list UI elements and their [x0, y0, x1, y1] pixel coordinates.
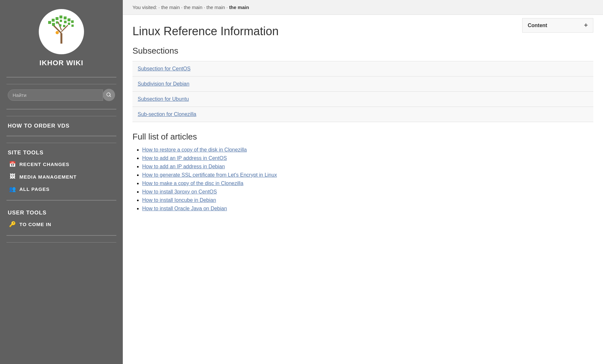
- breadcrumb-link-4[interactable]: the main: [229, 5, 249, 10]
- key-icon: 🔑: [9, 221, 16, 228]
- svg-rect-7: [56, 17, 58, 20]
- search-icon: [106, 92, 112, 98]
- svg-rect-0: [60, 33, 62, 44]
- svg-rect-15: [71, 20, 74, 23]
- media-icon: 🖼: [9, 173, 16, 180]
- list-item: Subdivision for Debian: [132, 77, 593, 92]
- site-tools-heading: SITE TOOLS: [0, 145, 123, 158]
- list-item: How to install Oracle Java on Debian: [142, 206, 593, 212]
- how-to-order-vds-link[interactable]: HOW TO ORDER VDS: [0, 118, 123, 131]
- recent-changes-label: RECENT CHANGES: [19, 161, 69, 167]
- article-link-2[interactable]: How to add an IP address in Debian: [142, 164, 225, 169]
- breadcrumb-link-1[interactable]: the main: [161, 5, 180, 10]
- to-come-in-label: TO COME IN: [19, 222, 51, 227]
- wiki-title: IKHOR WIKI: [39, 59, 83, 67]
- svg-rect-9: [59, 16, 62, 18]
- subsection-link-0[interactable]: Subsection for CentOS: [138, 66, 191, 71]
- list-item: Sub-section for Clonezilla: [132, 107, 593, 122]
- subsection-link-1[interactable]: Subdivision for Debian: [138, 81, 189, 87]
- full-list-section: Full list of articles How to restore a c…: [132, 132, 593, 212]
- list-item: How to add an IP address in CentOS: [142, 155, 593, 161]
- media-management-label: MEDIA MANAGEMENT: [19, 174, 77, 180]
- breadcrumb-link-3[interactable]: the main: [206, 5, 225, 10]
- divider-3: [6, 109, 116, 109]
- divider-2: [6, 84, 116, 84]
- divider-4: [6, 116, 116, 116]
- subsection-link-3[interactable]: Sub-section for Clonezilla: [138, 111, 196, 117]
- search-button[interactable]: [103, 89, 115, 101]
- svg-rect-5: [52, 19, 55, 22]
- list-item: Subsection for CentOS: [132, 61, 593, 77]
- list-item: How to install Ioncube in Debian: [142, 197, 593, 203]
- article-link-7[interactable]: How to install Oracle Java on Debian: [142, 206, 227, 211]
- article-link-6[interactable]: How to install Ioncube in Debian: [142, 197, 216, 203]
- articles-list: How to restore a copy of the disk in Clo…: [132, 147, 593, 212]
- svg-rect-13: [68, 18, 70, 21]
- content-box-label: Content: [528, 23, 547, 28]
- pages-icon: 👥: [9, 186, 16, 192]
- breadcrumb: You visited: · the main · the main · the…: [123, 0, 603, 15]
- article-link-4[interactable]: How to make a copy of the disc in Clonez…: [142, 181, 243, 186]
- article-link-3[interactable]: How to generate SSL certificate from Let…: [142, 172, 277, 178]
- article-link-0[interactable]: How to restore a copy of the disk in Clo…: [142, 147, 247, 152]
- subsections-heading: Subsections: [132, 46, 593, 56]
- list-item: Subsection for Ubuntu: [132, 92, 593, 107]
- list-item: How to add an IP address in Debian: [142, 164, 593, 170]
- subsections-list: Subsection for CentOS Subdivision for De…: [132, 61, 593, 122]
- svg-rect-17: [63, 25, 65, 27]
- svg-rect-10: [60, 20, 62, 22]
- svg-rect-12: [64, 21, 67, 23]
- search-input[interactable]: [8, 89, 103, 101]
- list-item: How to make a copy of the disc in Clonez…: [142, 181, 593, 186]
- sidebar-item-all-pages[interactable]: 👥 ALL PAGES: [0, 183, 123, 195]
- list-item: How to install 3proxy on CentOS: [142, 189, 593, 195]
- svg-rect-11: [64, 16, 67, 19]
- divider-9: [6, 242, 116, 243]
- article-link-5[interactable]: How to install 3proxy on CentOS: [142, 189, 217, 194]
- subsection-link-2[interactable]: Subsection for Ubuntu: [138, 96, 189, 102]
- divider-1: [6, 77, 116, 78]
- divider-5: [6, 136, 116, 136]
- list-item: How to generate SSL certificate from Let…: [142, 172, 593, 178]
- svg-rect-8: [56, 21, 58, 24]
- svg-rect-18: [59, 24, 61, 26]
- article-link-1[interactable]: How to add an IP address in CentOS: [142, 155, 227, 161]
- svg-rect-16: [71, 25, 74, 27]
- sidebar-item-recent-changes[interactable]: 📅 RECENT CHANGES: [0, 158, 123, 171]
- sidebar-item-media-management[interactable]: 🖼 MEDIA MANAGEMENT: [0, 171, 123, 183]
- breadcrumb-link-2[interactable]: the main: [184, 5, 203, 10]
- calendar-icon: 📅: [9, 161, 16, 168]
- divider-8: [6, 235, 116, 236]
- svg-rect-6: [52, 23, 55, 26]
- full-list-title: Full list of articles: [132, 132, 593, 142]
- svg-rect-14: [68, 23, 70, 25]
- all-pages-label: ALL PAGES: [19, 186, 49, 192]
- logo-image: [39, 9, 84, 54]
- list-item: How to restore a copy of the disk in Clo…: [142, 147, 593, 153]
- sidebar: IKHOR WIKI HOW TO ORDER VDS SITE TOOLS 📅…: [0, 0, 123, 364]
- svg-point-19: [56, 31, 59, 34]
- divider-6: [6, 143, 116, 143]
- content-toggle[interactable]: Content +: [522, 18, 593, 33]
- svg-rect-4: [48, 21, 51, 24]
- content-toggle-icon: +: [584, 22, 588, 29]
- logo-area: IKHOR WIKI: [0, 0, 123, 72]
- breadcrumb-prefix: You visited:: [132, 5, 157, 10]
- search-area: [0, 86, 123, 104]
- sidebar-item-to-come-in[interactable]: 🔑 TO COME IN: [0, 218, 123, 231]
- user-tools-heading: USER TOOLS: [0, 205, 123, 218]
- divider-7: [6, 200, 116, 201]
- content-area: Content + Linux Reference Information Su…: [123, 15, 603, 227]
- main-content: You visited: · the main · the main · the…: [123, 0, 603, 364]
